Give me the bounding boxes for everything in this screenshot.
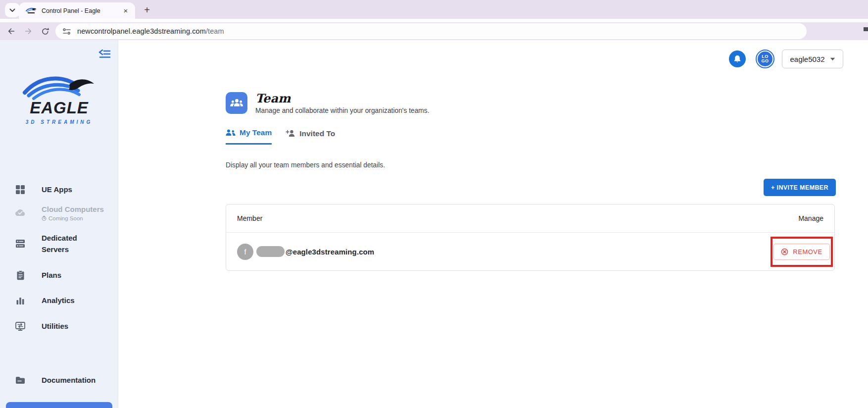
coming-soon-badge: Coming Soon bbox=[42, 215, 104, 221]
url-path: /team bbox=[206, 27, 224, 35]
remove-member-button[interactable]: REMOVE bbox=[773, 244, 829, 260]
toolbar-edge-icon[interactable] bbox=[862, 26, 868, 35]
url-bar[interactable]: newcontrolpanel.eagle3dstreaming.com/tea… bbox=[55, 23, 807, 39]
tab-close-icon[interactable]: × bbox=[121, 6, 130, 15]
url-text: newcontrolpanel.eagle3dstreaming.com/tea… bbox=[77, 27, 224, 35]
team-table: Member Manage f @eagle3dstreaming.com RE… bbox=[226, 204, 835, 271]
sidebar-item-documentation[interactable]: Documentation bbox=[0, 374, 118, 386]
tab-label: Invited To bbox=[299, 129, 335, 138]
sidebar-item-dedicated-servers[interactable]: Dedicated Servers bbox=[0, 232, 118, 255]
sidebar-item-label: Analytics bbox=[42, 295, 75, 306]
chrome-divider bbox=[0, 19, 868, 22]
member-email: @eagle3dstreaming.com bbox=[286, 248, 374, 256]
sidebar-item-label: Utilities bbox=[42, 320, 68, 332]
main-content: LO GO eagle5032 Team Manage and collabor… bbox=[118, 40, 868, 408]
person-add-icon bbox=[286, 130, 295, 137]
eagle-favicon-icon bbox=[26, 7, 37, 14]
clipboard-icon bbox=[15, 270, 26, 280]
table-header: Member Manage bbox=[226, 204, 834, 233]
member-avatar: f bbox=[237, 244, 253, 260]
invite-member-button[interactable]: + INVITE MEMBER bbox=[764, 179, 836, 196]
url-host: newcontrolpanel.eagle3dstreaming.com bbox=[77, 27, 206, 35]
page-description: Display all your team members and essent… bbox=[226, 161, 385, 169]
tab-search-button[interactable] bbox=[5, 3, 20, 17]
tab-invited-to[interactable]: Invited To bbox=[286, 128, 335, 145]
sidebar-item-team[interactable]: Team bbox=[6, 402, 112, 408]
my-team-icon bbox=[226, 129, 236, 136]
column-manage: Manage bbox=[798, 214, 823, 222]
forward-button[interactable] bbox=[21, 24, 36, 39]
team-tabs: My Team Invited To bbox=[226, 128, 335, 145]
remove-label: REMOVE bbox=[793, 248, 822, 255]
sidebar-item-utilities[interactable]: Utilities bbox=[0, 320, 118, 332]
browser-tab-active[interactable]: Control Panel - Eagle × bbox=[19, 2, 135, 19]
member-email-redaction bbox=[256, 246, 285, 257]
column-member: Member bbox=[237, 214, 262, 222]
team-page-icon bbox=[226, 92, 247, 114]
tab-title: Control Panel - Eagle bbox=[42, 7, 121, 14]
sidebar-item-label: Documentation bbox=[42, 374, 96, 386]
account-dropdown[interactable]: eagle5032 bbox=[782, 50, 843, 68]
servers-icon bbox=[15, 239, 26, 248]
logo-text-bottom: GO bbox=[761, 59, 769, 63]
chevron-down-icon bbox=[9, 8, 15, 12]
table-row: f @eagle3dstreaming.com REMOVE bbox=[226, 233, 834, 270]
clock-icon bbox=[42, 216, 47, 221]
remove-annotation-highlight: REMOVE bbox=[771, 237, 833, 267]
reload-button[interactable] bbox=[38, 24, 52, 39]
sidebar-item-analytics[interactable]: Analytics bbox=[0, 295, 118, 306]
page-heading: Team Manage and collaborate within your … bbox=[226, 92, 430, 114]
forward-arrow-icon bbox=[24, 27, 33, 36]
brand-name: EAGLE bbox=[0, 100, 118, 116]
collapse-sidebar-icon[interactable] bbox=[98, 49, 111, 60]
reload-icon bbox=[41, 27, 49, 36]
chevron-down-icon bbox=[830, 57, 835, 61]
sidebar-item-label: Cloud Computers bbox=[42, 204, 104, 215]
sidebar-item-label: Dedicated Servers bbox=[42, 232, 98, 255]
page-title: Team bbox=[255, 92, 430, 104]
page-body: EAGLE 3D STREAMING UE Apps Cloud Compute… bbox=[0, 40, 868, 408]
brand-tagline: 3D STREAMING bbox=[0, 119, 118, 125]
sidebar-item-label: Plans bbox=[42, 269, 61, 281]
account-name: eagle5032 bbox=[790, 55, 824, 63]
browser-window: Control Panel - Eagle × + newcontro bbox=[0, 0, 868, 408]
remove-circle-icon bbox=[781, 248, 788, 255]
notifications-button[interactable] bbox=[729, 51, 746, 67]
tab-label: My Team bbox=[240, 128, 272, 137]
monitor-icon bbox=[15, 322, 26, 331]
folder-icon bbox=[15, 376, 26, 384]
site-info-icon[interactable] bbox=[62, 28, 71, 35]
sidebar-item-cloud-computers[interactable]: Cloud Computers Coming Soon bbox=[0, 204, 118, 221]
eagle-logo-icon bbox=[21, 71, 98, 102]
coming-soon-label: Coming Soon bbox=[48, 215, 83, 221]
sidebar-item-plans[interactable]: Plans bbox=[0, 269, 118, 281]
page-subtitle: Manage and collaborate within your organ… bbox=[255, 107, 430, 114]
sidebar: EAGLE 3D STREAMING UE Apps Cloud Compute… bbox=[0, 40, 118, 408]
org-logo-avatar[interactable]: LO GO bbox=[756, 50, 774, 68]
brand-logo: EAGLE 3D STREAMING bbox=[0, 71, 118, 125]
logo-text: LO GO bbox=[758, 51, 772, 66]
sidebar-item-ue-apps[interactable]: UE Apps bbox=[0, 184, 118, 195]
tab-my-team[interactable]: My Team bbox=[226, 128, 272, 145]
back-button[interactable] bbox=[4, 24, 19, 39]
browser-tab-strip: Control Panel - Eagle × + bbox=[0, 0, 868, 19]
new-tab-button[interactable]: + bbox=[140, 3, 154, 17]
bell-icon bbox=[733, 54, 742, 64]
browser-toolbar: newcontrolpanel.eagle3dstreaming.com/tea… bbox=[0, 22, 868, 40]
back-arrow-icon bbox=[7, 27, 16, 36]
bar-chart-icon bbox=[15, 296, 26, 305]
apps-grid-icon bbox=[15, 185, 26, 195]
cloud-icon bbox=[15, 208, 26, 216]
sidebar-item-label: UE Apps bbox=[42, 184, 72, 195]
